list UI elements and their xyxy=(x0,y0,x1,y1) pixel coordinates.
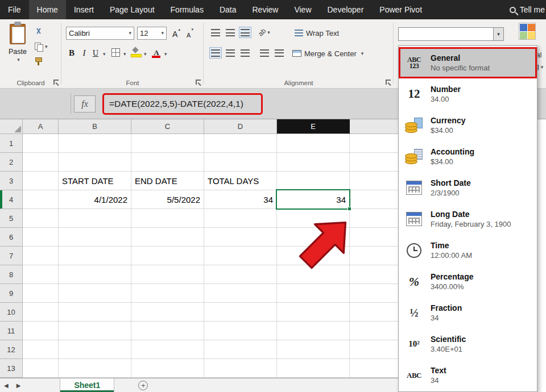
cell-C12[interactable] xyxy=(131,340,204,359)
cell-A1[interactable] xyxy=(23,134,59,153)
format-option-time[interactable]: Time 12:00:00 AM xyxy=(399,235,537,266)
caret-down-icon[interactable]: ▾ xyxy=(164,52,167,57)
cell-B7[interactable] xyxy=(59,247,131,265)
format-painter-button[interactable] xyxy=(34,56,53,67)
column-header-C[interactable]: C xyxy=(131,119,204,134)
cell-D4[interactable]: 34 xyxy=(204,190,277,209)
formula-input[interactable]: =DATE(2022,5,5)-DATE(2022,4,1) xyxy=(109,99,243,109)
column-header-E[interactable]: E xyxy=(277,119,350,134)
cell-C8[interactable] xyxy=(131,265,204,284)
bottom-align-button[interactable] xyxy=(239,27,251,38)
cell-B2[interactable] xyxy=(59,153,131,172)
row-header-13[interactable]: 13 xyxy=(0,359,23,378)
cell-E1[interactable] xyxy=(277,134,350,153)
column-header-A[interactable]: A xyxy=(23,119,59,134)
cell-B10[interactable] xyxy=(59,303,131,322)
tab-formulas[interactable]: Formulas xyxy=(163,0,212,19)
cell-B13[interactable] xyxy=(59,359,131,378)
tell-me-box[interactable]: Tell me xyxy=(504,0,546,19)
cell-C11[interactable] xyxy=(131,322,204,340)
cell-C5[interactable] xyxy=(131,209,204,228)
cell-A8[interactable] xyxy=(23,265,59,284)
column-header-B[interactable]: B xyxy=(59,119,131,134)
cell-D8[interactable] xyxy=(204,265,277,284)
paste-button[interactable]: Paste ▾ xyxy=(5,24,31,78)
cell-D12[interactable] xyxy=(204,340,277,359)
format-option-currency[interactable]: Currency $34.00 xyxy=(399,110,537,141)
font-size-select[interactable]: 12 ▾ xyxy=(137,27,167,40)
wrap-text-button[interactable]: Wrap Text xyxy=(295,26,339,40)
tab-file[interactable]: File xyxy=(0,0,29,19)
row-header-12[interactable]: 12 xyxy=(0,340,23,359)
column-header-D[interactable]: D xyxy=(204,119,277,134)
cell-D7[interactable] xyxy=(204,247,277,265)
cell-E13[interactable] xyxy=(277,359,350,378)
row-header-9[interactable]: 9 xyxy=(0,284,23,303)
row-header-2[interactable]: 2 xyxy=(0,153,23,172)
row-header-3[interactable]: 3 xyxy=(0,172,23,190)
sheet-nav-right-icon[interactable]: ▶ xyxy=(13,382,25,389)
cell-C9[interactable] xyxy=(131,284,204,303)
format-option-accounting[interactable]: Accounting $34.00 xyxy=(399,141,537,172)
format-option-number[interactable]: 12 Number 34.00 xyxy=(399,78,537,110)
cell-A10[interactable] xyxy=(23,303,59,322)
fill-color-button[interactable] xyxy=(131,47,140,57)
cell-D3[interactable]: TOTAL DAYS xyxy=(204,172,277,190)
tab-developer[interactable]: Developer xyxy=(320,0,372,19)
cell-E10[interactable] xyxy=(277,303,350,322)
cell-E9[interactable] xyxy=(277,284,350,303)
cell-B12[interactable] xyxy=(59,340,131,359)
middle-align-button[interactable] xyxy=(224,27,237,38)
clipboard-dialog-launcher[interactable] xyxy=(53,80,59,85)
select-all-corner[interactable] xyxy=(0,119,23,134)
cell-D9[interactable] xyxy=(204,284,277,303)
copy-button[interactable]: ▾ xyxy=(34,41,53,52)
tab-power-pivot[interactable]: Power Pivot xyxy=(371,0,430,19)
cell-B6[interactable] xyxy=(59,228,131,247)
fill-handle[interactable] xyxy=(348,207,351,211)
increase-font-size-button[interactable] xyxy=(171,27,182,39)
format-option-general[interactable]: ABC 123 General No specific format xyxy=(399,47,537,78)
cell-D6[interactable] xyxy=(204,228,277,247)
tab-insert[interactable]: Insert xyxy=(66,0,102,19)
cell-C10[interactable] xyxy=(131,303,204,322)
tab-home[interactable]: Home xyxy=(29,0,66,19)
cell-C6[interactable] xyxy=(131,228,204,247)
orientation-button[interactable]: ▾ xyxy=(258,26,270,39)
cut-button[interactable] xyxy=(34,26,53,37)
cell-E12[interactable] xyxy=(277,340,350,359)
font-name-select[interactable]: Calibri ▾ xyxy=(66,27,134,40)
cell-E3[interactable] xyxy=(277,172,350,190)
format-option-percentage[interactable]: % Percentage 3400.00% xyxy=(399,266,537,297)
align-center-button[interactable] xyxy=(224,47,237,59)
cell-E4[interactable]: 34 xyxy=(277,190,350,209)
number-format-combobox[interactable]: ▾ xyxy=(398,27,504,41)
cell-B3[interactable]: START DATE xyxy=(59,172,131,190)
cell-B5[interactable] xyxy=(59,209,131,228)
cell-C4[interactable]: 5/5/2022 xyxy=(131,190,204,209)
tab-review[interactable]: Review xyxy=(245,0,287,19)
insert-function-button[interactable]: fx xyxy=(74,95,96,112)
row-header-6[interactable]: 6 xyxy=(0,228,23,247)
italic-button[interactable] xyxy=(78,47,90,58)
row-header-1[interactable]: 1 xyxy=(0,134,23,153)
merge-center-button[interactable]: Merge & Center ▾ xyxy=(292,47,363,60)
font-color-button[interactable] xyxy=(151,47,162,58)
sheet-tab-sheet1[interactable]: Sheet1 xyxy=(60,378,114,392)
cell-C13[interactable] xyxy=(131,359,204,378)
cell-D10[interactable] xyxy=(204,303,277,322)
row-header-10[interactable]: 10 xyxy=(0,303,23,322)
cell-C7[interactable] xyxy=(131,247,204,265)
cell-A12[interactable] xyxy=(23,340,59,359)
cell-D13[interactable] xyxy=(204,359,277,378)
row-header-5[interactable]: 5 xyxy=(0,209,23,228)
cell-A9[interactable] xyxy=(23,284,59,303)
cell-B8[interactable] xyxy=(59,265,131,284)
top-align-button[interactable] xyxy=(209,27,222,38)
tab-page-layout[interactable]: Page Layout xyxy=(102,0,163,19)
borders-button[interactable] xyxy=(111,48,120,57)
cell-D5[interactable] xyxy=(204,209,277,228)
cell-E2[interactable] xyxy=(277,153,350,172)
row-header-7[interactable]: 7 xyxy=(0,247,23,265)
tab-view[interactable]: View xyxy=(286,0,319,19)
